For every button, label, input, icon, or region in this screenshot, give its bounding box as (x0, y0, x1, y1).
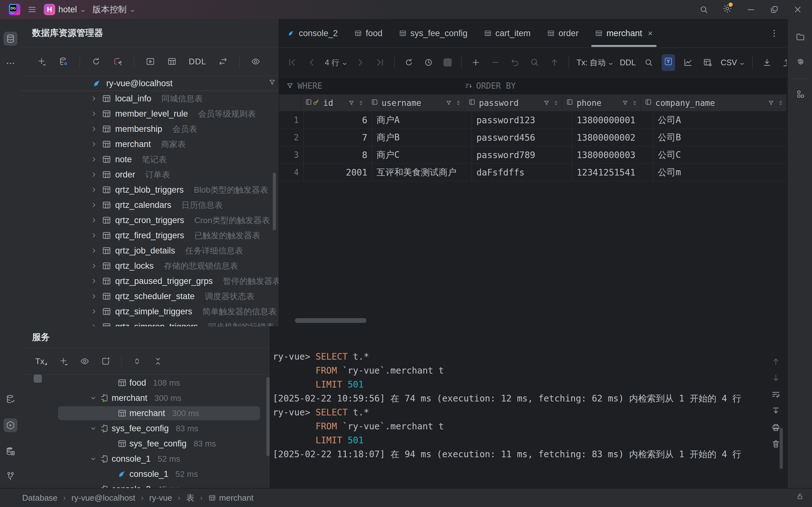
breadcrumb-item[interactable]: Database (22, 493, 57, 503)
explorer-scrollbar[interactable] (273, 173, 276, 230)
cell-company_name[interactable]: 公司A (653, 112, 786, 129)
table-tree-item[interactable]: qrtz_paused_trigger_grps暂停的触发器表 (20, 274, 278, 289)
table-row[interactable]: 38商户Cpassword78913800000003公司Chttp:// (279, 147, 786, 164)
service-item-sys_fee_config[interactable]: sys_fee_config83 ms (20, 421, 270, 436)
cell-username[interactable]: 商户C (372, 147, 472, 164)
lock-open-icon[interactable] (796, 493, 804, 500)
cell-id[interactable]: 2001 (304, 164, 372, 181)
cell-password[interactable]: password456 (472, 129, 572, 146)
table-tree-item[interactable]: order订单表 (20, 167, 278, 182)
filter-icon[interactable] (268, 78, 276, 86)
soft-wrap-button[interactable] (771, 390, 780, 399)
tab-sys_fee_config[interactable]: sys_fee_config (391, 19, 476, 48)
table-tree-item[interactable]: qrtz_scheduler_state调度器状态表 (20, 289, 278, 304)
tab-order[interactable]: order (539, 19, 587, 48)
next-query-button[interactable] (771, 373, 780, 383)
tab-merchant[interactable]: merchant× (587, 19, 661, 48)
table-tree-item[interactable]: merchant商家表 (20, 136, 278, 152)
table-view-options-button[interactable] (701, 56, 714, 69)
service-item-food[interactable]: food108 ms (20, 375, 270, 390)
vcs-widget[interactable]: 版本控制 ⌄ (92, 4, 135, 15)
table-row[interactable]: 27商户Bpassword45613800000002公司Bhttp:// (279, 129, 786, 147)
connection-row[interactable]: ry-vue@localhost (20, 76, 278, 91)
console-scrollbar[interactable] (780, 428, 783, 469)
tx-mode-selector[interactable]: Tx: 自动⌄ (577, 57, 613, 68)
prev-page-button[interactable] (305, 56, 318, 69)
table-tree-item[interactable]: qrtz_fired_triggers已触发的触发器表 (20, 228, 278, 243)
service-item-console_1[interactable]: console_152 ms (20, 466, 270, 482)
table-row[interactable]: 42001互评和美食测试商户daFsfdffs12341251541公司m<nu… (279, 164, 786, 181)
service-item-merchant[interactable]: merchant300 ms (20, 390, 270, 406)
window-restore-button[interactable] (769, 5, 779, 14)
delete-row-button[interactable] (489, 56, 502, 69)
breadcrumb-item[interactable]: ry-vue (149, 493, 172, 503)
export-format-selector[interactable]: CSV⌄ (721, 58, 745, 67)
tab-food[interactable]: food (346, 19, 391, 48)
window-close-button[interactable] (793, 5, 803, 14)
clear-output-button[interactable] (771, 439, 780, 449)
datasource-properties-button[interactable] (57, 55, 70, 68)
service-item-console_2[interactable]: console_245 ms (20, 482, 270, 488)
jump-to-console-button[interactable] (144, 55, 157, 68)
cell-phone[interactable]: 12341251541 (572, 164, 653, 181)
database-color-button[interactable] (796, 89, 805, 99)
table-row[interactable]: 16商户Apassword12313800000001公司Ahttp:// (279, 112, 786, 129)
column-header-id[interactable]: id (301, 95, 367, 111)
last-page-button[interactable] (373, 56, 387, 69)
preview-changes-button[interactable] (528, 56, 542, 69)
window-minimize-button[interactable] (746, 5, 756, 14)
main-menu-icon[interactable] (27, 5, 37, 14)
column-header-username[interactable]: username (367, 95, 464, 111)
cell-username[interactable]: 商户A (372, 112, 472, 129)
tab-console_2[interactable]: console_2 (279, 19, 346, 48)
table-tree-item[interactable]: member_level_rule会员等级规则表 (20, 106, 278, 121)
open-in-new-tab-button[interactable] (99, 354, 112, 368)
cell-phone[interactable]: 13800000002 (572, 129, 653, 146)
settings-button[interactable] (722, 4, 732, 15)
find-button[interactable] (642, 56, 655, 69)
column-header-phone[interactable]: phone (562, 95, 641, 111)
prev-query-button[interactable] (771, 357, 780, 366)
column-header-password[interactable]: password (464, 95, 562, 111)
cell-id[interactable]: 6 (304, 112, 372, 129)
project-tool-button[interactable] (796, 32, 805, 42)
tab-options-icon[interactable] (769, 29, 779, 38)
import-button[interactable] (760, 56, 774, 69)
disconnect-button[interactable] (111, 55, 124, 68)
cell-password[interactable]: password123 (472, 112, 572, 129)
submit-button[interactable] (548, 56, 561, 69)
services-stripe-button[interactable] (3, 418, 17, 432)
table-tree-item[interactable]: qrtz_locks存储的悲观锁信息表 (20, 258, 278, 274)
tab-cart_item[interactable]: cart_item (476, 19, 539, 48)
cell-company_name[interactable]: 公司C (653, 147, 786, 164)
table-tree-item[interactable]: qrtz_simple_triggers简单触发器的信息表 (20, 304, 278, 319)
table-tree-item[interactable]: qrtz_calendars日历信息表 (20, 198, 278, 213)
page-size-selector[interactable]: 4 行⌄ (325, 57, 347, 68)
new-datasource-button[interactable] (35, 55, 49, 68)
more-tool-windows-button[interactable] (3, 56, 17, 70)
orderby-field[interactable]: ORDER BY (465, 81, 516, 91)
cell-company_name[interactable]: 公司m (653, 164, 786, 181)
service-item-console_1[interactable]: console_152 ms (20, 451, 270, 466)
grid-hscrollbar[interactable] (295, 318, 366, 323)
cell-phone[interactable]: 13800000001 (572, 112, 653, 129)
add-row-button[interactable] (469, 56, 483, 69)
services-scrollbar[interactable] (266, 377, 270, 456)
expand-all-button[interactable] (131, 354, 144, 368)
cell-id[interactable]: 8 (304, 147, 372, 164)
chart-button[interactable] (681, 56, 695, 69)
ddl-button[interactable]: DDL (620, 58, 636, 67)
cell-password[interactable]: password789 (472, 147, 572, 164)
first-page-button[interactable] (286, 56, 299, 69)
table-tree-item[interactable]: membership会员表 (20, 121, 278, 136)
table-tree-item[interactable]: qrtz_cron_triggersCron类型的触发器表 (20, 213, 278, 228)
collapse-all-button[interactable] (151, 354, 165, 368)
cell-phone[interactable]: 13800000003 (572, 147, 653, 164)
compare-button[interactable] (216, 55, 230, 68)
ai-assistant-button[interactable] (796, 57, 805, 66)
open-table-button[interactable] (165, 55, 179, 68)
git-stripe-button[interactable] (3, 469, 17, 483)
table-tree-item[interactable]: local_info同城信息表 (20, 91, 278, 106)
service-item-merchant[interactable]: merchant300 ms (20, 406, 270, 421)
service-item-sys_fee_config[interactable]: sys_fee_config83 ms (20, 436, 270, 451)
